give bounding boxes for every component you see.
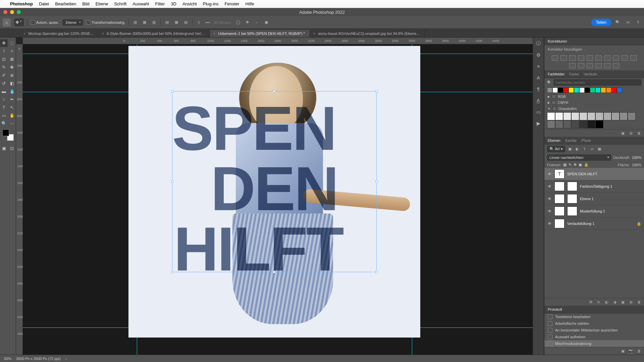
macos-menubar[interactable]: Photoshop Datei Bearbeiten Bild Ebene Sc… [0,0,644,8]
folder-icon[interactable]: ▣ [621,131,625,135]
layer-thumbnail[interactable] [554,206,565,216]
swatch[interactable] [606,87,611,93]
add-mask-icon[interactable]: ◐ [604,300,609,304]
glyphs-panel-icon[interactable]: A̲ [535,97,542,104]
transform-handle[interactable] [171,90,173,93]
info-panel-icon[interactable]: ⓘ [535,40,542,47]
levels-adjust-icon[interactable] [560,55,567,61]
swatches-panel-header[interactable]: Farbfelder Farbe Verläufe [544,70,644,78]
swatch[interactable] [569,87,574,93]
history-tab[interactable]: Protokoll [548,307,562,311]
swatch-group-rgb[interactable]: ▶RGB [544,94,644,100]
swatch[interactable] [547,112,555,120]
blur-tool-icon[interactable]: 💧 [8,87,16,95]
swatch[interactable] [620,112,628,120]
swatch[interactable] [579,112,587,120]
layer-thumbnail[interactable] [554,182,565,191]
move-tool-icon[interactable]: ✥ [0,39,8,47]
swatch[interactable] [595,87,601,93]
lock-nest-icon[interactable]: ▣ [579,163,582,167]
layer-mask-thumbnail[interactable] [567,194,577,203]
new-doc-from-state-icon[interactable]: ▣ [621,349,625,353]
swatch[interactable] [579,120,587,128]
swatch[interactable] [587,120,595,128]
layer-fx-icon[interactable]: fx [596,300,601,304]
swatch-group-cmyk[interactable]: ▶CMYK [544,100,644,106]
swatch[interactable] [587,112,595,120]
dodge-tool-icon[interactable]: ○ [0,96,8,103]
ruler-vertical[interactable]: 0200400600800100012001400160018002000220… [16,44,23,355]
lock-paint-icon[interactable]: ✎ [569,163,572,167]
menu-ebene[interactable]: Ebene [96,1,108,6]
show-transform-checkbox[interactable]: ✓Transformationsstrg. [86,20,125,24]
frame-tool-icon[interactable]: ⊠ [8,55,16,63]
edit-toolbar-icon[interactable]: ⋯ [8,120,16,127]
doc-tab-active[interactable]: ×Unbenannt–1 bei 50% (SPEN DEN HILFT, RG… [210,30,310,37]
posterize-adjust-icon[interactable] [587,63,593,68]
channels-tab[interactable]: Kanäle [565,138,577,142]
menu-fenster[interactable]: Fenster [225,1,239,6]
color-swatches[interactable] [2,129,14,141]
swatch[interactable] [563,112,571,120]
zoom-window-icon[interactable] [17,10,21,14]
chevron-right-icon[interactable]: › [65,357,67,361]
new-adjustment-icon[interactable]: ◑ [612,300,617,304]
visibility-icon[interactable]: 👁 [547,196,552,201]
layers-panel-header[interactable]: Ebenen Kanäle Pfade [544,137,644,144]
menu-datei[interactable]: Datei [39,1,49,6]
layer-row[interactable]: 👁Ebene 1 [544,193,644,205]
swatch[interactable] [571,120,579,128]
close-window-icon[interactable] [3,10,7,14]
zoom-level[interactable]: 50% [4,357,11,361]
auto-select-checkbox[interactable]: ✓Autom. ausw.: [31,20,59,24]
layer-row[interactable]: 👁Verlaufsfüllung 1🔒 [544,218,644,230]
move-tool-icon[interactable]: ✥ [14,18,24,26]
new-swatch-icon[interactable]: ⊞ [629,131,633,135]
swatch[interactable] [563,120,571,128]
brightness-adjust-icon[interactable] [552,55,558,61]
share-button[interactable]: Teilen [591,19,611,26]
document-info[interactable]: 3500 Px x 3500 Px (72 ppi) [16,357,61,361]
swatch[interactable] [595,112,603,120]
align-left-icon[interactable]: ▥ [132,19,138,25]
swatch[interactable] [579,87,585,93]
layer-thumbnail[interactable] [554,194,565,203]
opacity-value[interactable]: 100% [632,156,641,160]
distribute-icon[interactable]: ▯ [196,19,202,25]
paragraph-panel-icon[interactable]: ¶ [535,86,542,93]
filter-type-icon[interactable]: T [582,146,587,152]
close-tab-icon[interactable]: × [23,32,25,36]
new-layer-icon[interactable]: ⊞ [629,300,633,304]
color-tab[interactable]: Farbe [569,72,579,76]
align-center-v-icon[interactable]: ▦ [173,19,179,25]
transform-handle[interactable] [171,180,173,183]
visibility-icon[interactable]: 👁 [547,209,552,214]
align-top-icon[interactable]: ▤ [164,19,170,25]
auto-select-target-dropdown[interactable]: Ebene [63,19,83,25]
swatch[interactable] [563,87,569,93]
menu-filter[interactable]: Filter [155,1,165,6]
lock-transparent-icon[interactable]: ▦ [563,163,567,167]
eraser-tool-icon[interactable]: ◧ [8,79,16,87]
colorbal-adjust-icon[interactable] [604,55,610,61]
canvas[interactable]: SPEN DEN HILFT [23,44,533,355]
doc-tab[interactable]: ×aiony-haust-8OxVecNEuCQ-unsplash.jpg be… [310,30,425,37]
transform-bounding-box[interactable] [172,91,377,272]
align-center-h-icon[interactable]: ▦ [142,19,148,25]
layer-name[interactable]: Farbton/Sättigung 1 [580,184,641,188]
layer-mask-thumbnail[interactable] [567,182,577,191]
layer-thumbnail[interactable] [554,219,565,228]
minimize-window-icon[interactable] [10,10,14,14]
swatch[interactable] [555,112,563,120]
menu-3d[interactable]: 3D [171,1,176,6]
snapshot-icon[interactable]: 📷 [629,349,633,353]
transform-handle[interactable] [375,90,378,93]
history-item[interactable]: An horizontaler Mittelachse ausrichten [544,327,644,334]
curves-adjust-icon[interactable] [569,55,576,61]
swatch[interactable] [547,120,555,128]
link-layers-icon[interactable]: ⌘ [588,300,593,304]
layer-name[interactable]: Verlaufsfüllung 1 [567,222,634,226]
wand-tool-icon[interactable]: ✧ [8,47,16,55]
menu-hilfe[interactable]: Hilfe [246,1,254,6]
app-name[interactable]: Photoshop [10,1,33,6]
